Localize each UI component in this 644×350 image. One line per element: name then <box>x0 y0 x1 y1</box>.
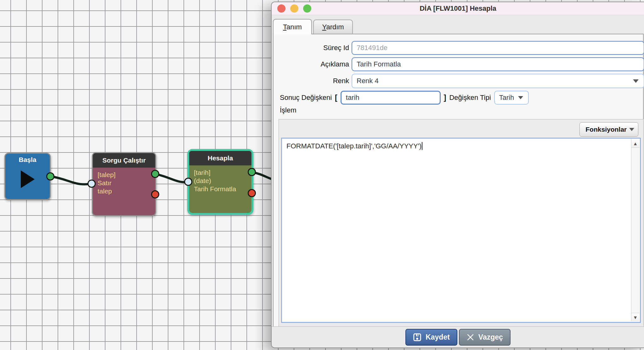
dialog-hesapla: DİA [FLW1001] Hesapla Tanım Yardım Süreç… <box>271 2 644 348</box>
scroll-up-icon[interactable]: ▲ <box>631 139 639 148</box>
scroll-down-icon[interactable]: ▼ <box>631 313 639 321</box>
node-hesapla[interactable]: Hesapla [tarih] (date) Tarih Formatla <box>187 149 253 215</box>
bracket-close: ] <box>444 94 446 102</box>
zoom-icon[interactable] <box>303 4 311 13</box>
text-caret <box>422 142 422 150</box>
expression-text: FORMATDATE('[talep.tarih]','GG/AA/YYYY') <box>282 139 640 154</box>
edge-sorgu-hesapla[interactable] <box>156 174 186 182</box>
chevron-down-icon <box>518 96 523 99</box>
sonuc-degiskeni-row: Sonuç Değişkeni [ tarih ] Değişken Tipi … <box>280 91 529 105</box>
surec-id-input[interactable]: 781491de <box>352 41 644 55</box>
port-hesapla-output-error[interactable] <box>248 189 256 197</box>
port-basla-output[interactable] <box>46 172 54 181</box>
fonksiyonlar-button[interactable]: Fonksiyonlar <box>579 122 638 137</box>
vertical-scrollbar[interactable]: ▲ ▼ <box>631 139 639 321</box>
bracket-open: [ <box>335 94 337 102</box>
cancel-button[interactable]: Vazgeç <box>459 329 511 346</box>
node-body-text: [tarih] (date) Tarih Formatla <box>189 165 251 196</box>
close-x-icon <box>466 333 474 341</box>
tab-strip: Tanım Yardım <box>272 15 644 34</box>
sonuc-degiskeni-label: Sonuç Değişkeni <box>280 94 332 102</box>
node-sorgu-calistir[interactable]: Sorgu Çalıştır [talep] Satır talep <box>92 152 156 216</box>
node-body-text: [talep] Satır talep <box>93 168 155 198</box>
chevron-down-icon <box>629 128 634 131</box>
node-header: Hesapla <box>189 151 251 165</box>
islem-groupbox: Fonksiyonlar FORMATDATE('[talep.tarih]',… <box>279 119 644 327</box>
dialog-title: DİA [FLW1001] Hesapla <box>420 4 496 13</box>
play-icon <box>21 170 35 188</box>
aciklama-input[interactable]: Tarih Formatla <box>352 57 644 71</box>
port-sorgu-output-ok[interactable] <box>151 170 159 178</box>
sonuc-degiskeni-input[interactable]: tarih <box>341 91 441 105</box>
minimize-icon[interactable] <box>290 4 298 13</box>
renk-select[interactable]: Renk 4 <box>352 74 644 88</box>
close-icon[interactable] <box>277 4 285 13</box>
port-sorgu-output-error[interactable] <box>151 190 159 198</box>
node-title: Başla <box>5 156 50 164</box>
tab-yardim[interactable]: Yardım <box>313 20 353 34</box>
edge-basla-sorgu[interactable] <box>50 176 89 184</box>
expression-textarea[interactable]: FORMATDATE('[talep.tarih]','GG/AA/YYYY')… <box>281 138 641 323</box>
islem-label: İşlem <box>280 106 297 114</box>
port-sorgu-input[interactable] <box>88 180 96 188</box>
node-basla[interactable]: Başla <box>4 153 51 200</box>
save-icon <box>413 333 421 341</box>
aciklama-row: Açıklama Tarih Formatla <box>276 57 644 71</box>
node-header: Sorgu Çalıştır <box>93 153 155 168</box>
aciklama-label: Açıklama <box>276 60 349 68</box>
tab-panel-tanim: Süreç Id 781491de Açıklama Tarih Formatl… <box>273 34 644 327</box>
dialog-titlebar[interactable]: DİA [FLW1001] Hesapla <box>272 2 644 15</box>
renk-row: Renk Renk 4 <box>276 74 644 88</box>
degisken-tipi-label: Değişken Tipi <box>449 94 491 102</box>
port-hesapla-output-ok[interactable] <box>248 168 256 176</box>
degisken-tipi-select[interactable]: Tarih <box>494 91 529 105</box>
save-button[interactable]: Kaydet <box>405 329 457 346</box>
surec-id-row: Süreç Id 781491de <box>276 41 644 55</box>
traffic-lights <box>277 4 311 13</box>
dialog-footer: Kaydet Vazgeç <box>272 326 644 347</box>
tab-tanim[interactable]: Tanım <box>273 19 312 34</box>
surec-id-label: Süreç Id <box>276 44 349 52</box>
port-hesapla-input[interactable] <box>184 178 192 186</box>
chevron-down-icon <box>633 79 639 83</box>
renk-label: Renk <box>276 77 349 85</box>
